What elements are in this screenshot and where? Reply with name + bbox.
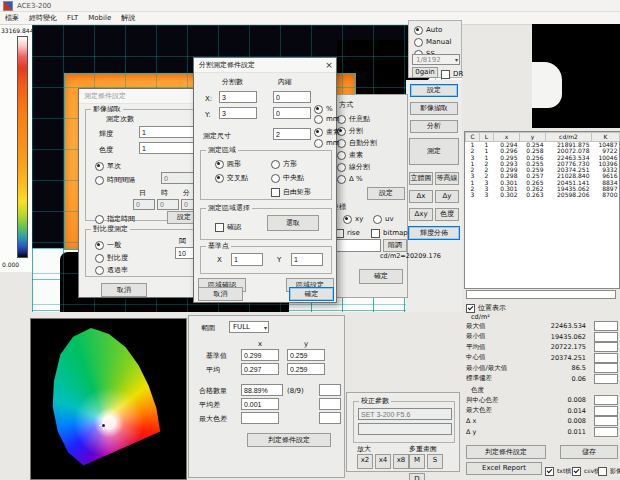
shutter-speed-combo[interactable]: 1/8192 ▾ (412, 54, 460, 65)
menu-item[interactable]: 檔案 (5, 13, 19, 23)
status-box (594, 374, 618, 384)
inset-mm-radio[interactable]: mm (314, 113, 340, 125)
method-option[interactable]: 線分割 (337, 161, 377, 173)
y-label: Y: (205, 111, 211, 120)
rise-checkbox[interactable]: rise (335, 227, 360, 239)
day-field[interactable] (133, 199, 155, 210)
status-box (319, 384, 341, 396)
save-button[interactable]: 儲存 (560, 445, 618, 459)
camera-mode-option[interactable]: Auto (414, 24, 451, 36)
delta-x-button[interactable]: Δx (409, 190, 433, 203)
x-division-field[interactable] (219, 91, 257, 103)
average-y-field[interactable] (287, 363, 325, 375)
method-option[interactable]: Δ % (337, 173, 377, 185)
range-combo[interactable]: FULL ▾ (229, 321, 269, 333)
method-ok-button[interactable]: 確定 (359, 269, 403, 284)
readout-field[interactable] (466, 290, 616, 299)
image-file-checkbox[interactable]: 影像檔 (598, 465, 620, 477)
solid-view-button[interactable]: 立體圖 (409, 172, 433, 185)
pick-button[interactable]: 選取 (267, 215, 319, 231)
max-color-diff-field[interactable] (241, 412, 279, 424)
coord-xy-radio[interactable]: xy (343, 213, 363, 225)
menu-item[interactable]: Mobile (88, 14, 111, 22)
cross-point-radio[interactable]: 交叉點 (215, 172, 248, 184)
cancel-button[interactable]: 取消 (198, 287, 243, 301)
calibration-value-field[interactable] (358, 408, 452, 420)
menu-item[interactable]: 解說 (121, 13, 135, 23)
reference-x-field[interactable] (241, 349, 279, 361)
normal-radio[interactable]: 一般 (95, 239, 121, 251)
dr-checkbox[interactable]: DR (441, 68, 463, 80)
ok-button[interactable]: 確定 (289, 287, 334, 301)
method-option[interactable]: 自動分割 (337, 137, 377, 149)
contrast-radio[interactable]: 對比度 (95, 252, 128, 264)
zoom-button[interactable]: x2 (357, 454, 373, 469)
y-division-field[interactable] (219, 107, 257, 119)
cancel-button[interactable]: 取消 (101, 283, 147, 297)
camera-mode-option[interactable]: Manual (414, 36, 451, 48)
average-x-field[interactable] (241, 363, 279, 375)
menu-item[interactable]: 經時變化 (29, 13, 57, 23)
free-rect-checkbox[interactable]: 自由矩形 (271, 186, 311, 198)
delta-y-button[interactable]: Δy (435, 190, 459, 203)
csv-file-checkbox[interactable]: csv檔 (572, 465, 600, 477)
method-option[interactable]: 分割 (337, 125, 377, 137)
method-option[interactable]: 任意點 (337, 113, 377, 125)
settings-button[interactable]: 設定 (410, 84, 458, 97)
dialog-title-bar[interactable]: 測定條件設定 (79, 89, 207, 104)
chroma-count-field[interactable] (139, 142, 197, 154)
interval-value-field[interactable] (161, 172, 197, 184)
chroma-button[interactable]: 色度 (435, 208, 459, 221)
contour-button[interactable]: 等高線 (435, 172, 459, 185)
calibration-value2-field[interactable] (358, 423, 452, 435)
luminance-count-field[interactable] (139, 126, 197, 138)
chroma-stats: 與中心色差0.008最大色差0.014Δ x0.008Δ y0.011 (466, 395, 618, 437)
zoom-button[interactable]: x8 (393, 454, 409, 469)
specified-time-radio[interactable]: 指定時間 (95, 213, 135, 225)
y-inset-field[interactable] (273, 107, 311, 119)
multi-screen-button[interactable]: D (409, 473, 425, 480)
analyze-button[interactable]: 分析 (410, 120, 458, 133)
zoom-button[interactable]: x4 (375, 454, 391, 469)
gain-button[interactable]: 0gain (412, 67, 438, 78)
image-capture-button[interactable]: 影像擷取 (410, 102, 458, 115)
reference-y-field[interactable] (287, 349, 325, 361)
square-radio[interactable]: 方形 (271, 158, 297, 170)
x-inset-field[interactable] (273, 91, 311, 103)
dialog-title-bar[interactable]: 分割測定條件設定 × (194, 58, 336, 73)
bitmap-checkbox[interactable]: bitmap (371, 227, 408, 239)
table-row[interactable]: 330.3020.26320598.2068700 (466, 192, 620, 198)
gradation-button[interactable]: 階調 (383, 239, 407, 252)
circle-radio[interactable]: 圓形 (215, 158, 241, 170)
hour-field[interactable] (157, 199, 179, 210)
judge-condition-button[interactable]: 判定條件設定 (466, 445, 546, 459)
measure-size-field[interactable] (273, 128, 311, 140)
measure-area-group-label: 測定區域 (206, 146, 238, 155)
single-shot-radio[interactable]: 單次 (95, 160, 121, 172)
base-y-field[interactable] (291, 253, 323, 266)
base-x-field[interactable] (231, 253, 263, 266)
transmittance-radio[interactable]: 透過率 (95, 264, 128, 276)
center-point-radio[interactable]: 中央點 (271, 172, 304, 184)
close-icon[interactable]: × (322, 59, 336, 72)
measure-button[interactable]: 測定 (409, 138, 459, 165)
dr-checkbox-box[interactable] (441, 70, 450, 79)
size-mm-radio[interactable]: mm (314, 137, 340, 149)
avg-diff-field[interactable] (241, 398, 279, 410)
gradation-field[interactable] (335, 239, 381, 252)
method-set-button[interactable]: 設定 (367, 187, 405, 200)
judge-condition-button[interactable]: 判定條件設定 (247, 433, 331, 447)
multi-screen-button[interactable]: S (427, 454, 443, 469)
excel-report-button[interactable]: Excel Report (466, 462, 542, 475)
multi-screen-button[interactable]: M (409, 454, 425, 469)
txt-file-checkbox[interactable]: txt檔 (545, 465, 571, 477)
luminance-distribution-button[interactable]: 輝度分佈 (408, 226, 460, 240)
delta-xy-button[interactable]: Δxy (409, 208, 433, 221)
status-box (594, 416, 618, 426)
menu-item[interactable]: FLT (67, 14, 78, 22)
interval-radio[interactable]: 時間間隔 (95, 174, 135, 186)
coord-uv-radio[interactable]: uv (373, 213, 394, 225)
pass-rate-field[interactable] (241, 384, 283, 396)
confirm-checkbox[interactable]: 確認 (215, 221, 241, 233)
method-option[interactable]: 畫素 (337, 149, 377, 161)
